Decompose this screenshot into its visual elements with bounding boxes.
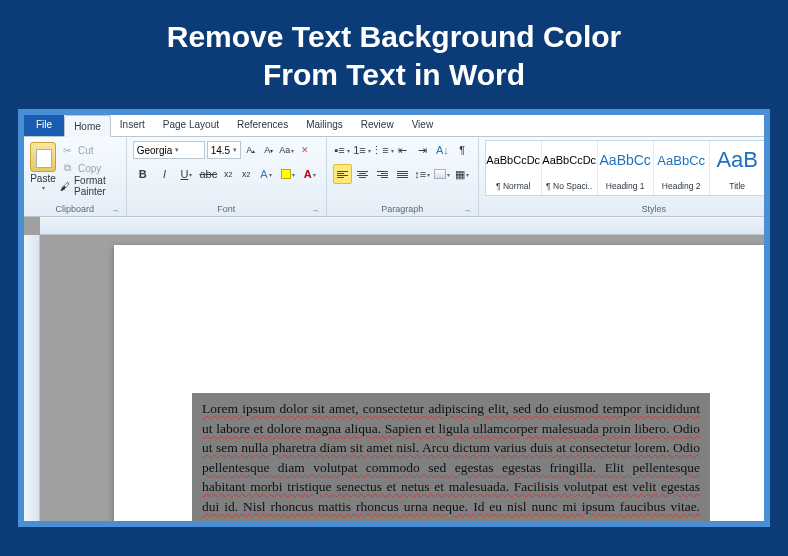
- copy-label: Copy: [78, 163, 101, 174]
- style-preview: AaBbCc: [657, 145, 705, 175]
- font-color-icon: A: [304, 168, 312, 180]
- tutorial-title: Remove Text Background Color From Text i…: [0, 0, 788, 109]
- justify-icon: [397, 171, 408, 178]
- superscript-button[interactable]: x2: [238, 164, 254, 184]
- align-right-icon: [377, 171, 388, 178]
- ribbon: Paste ▾ ✂ Cut ⧉ Copy 🖌 Format Painter: [24, 137, 764, 217]
- scissors-icon: ✂: [60, 143, 74, 157]
- justify-button[interactable]: [393, 164, 412, 184]
- sort-button[interactable]: A↓: [433, 140, 452, 160]
- shading-button[interactable]: ▾: [433, 164, 452, 184]
- shrink-font-button[interactable]: A▾: [261, 140, 277, 160]
- numbering-icon: 1≡: [353, 144, 366, 156]
- align-left-button[interactable]: [333, 164, 352, 184]
- tab-home[interactable]: Home: [64, 115, 111, 137]
- style-heading-1[interactable]: AaBbCc Heading 1: [598, 141, 654, 195]
- align-left-icon: [337, 171, 348, 178]
- vertical-ruler[interactable]: [24, 235, 40, 521]
- bullets-icon: ▪≡: [334, 144, 344, 156]
- paste-icon: [30, 142, 56, 172]
- bullets-button[interactable]: ▪≡▾: [333, 140, 352, 160]
- cut-label: Cut: [78, 145, 94, 156]
- decrease-indent-button[interactable]: ⇤: [393, 140, 412, 160]
- group-font: Georgia▾ 14.5▾ A▴ A▾ Aa▾ ✕ B I U▾: [127, 137, 327, 216]
- multilevel-icon: ⋮≡: [371, 144, 388, 157]
- font-name-value: Georgia: [137, 145, 173, 156]
- group-styles: AaBbCcDc ¶ Normal AaBbCcDc ¶ No Spaci.. …: [479, 137, 770, 216]
- font-color-button[interactable]: A▾: [300, 164, 320, 184]
- clear-formatting-button[interactable]: ✕: [297, 140, 313, 160]
- style-preview: AaBbCcDc: [542, 145, 596, 175]
- tab-view[interactable]: View: [403, 114, 443, 136]
- style-name: ¶ No Spaci..: [546, 181, 592, 191]
- increase-indent-button[interactable]: ⇥: [413, 140, 432, 160]
- show-hide-marks-button[interactable]: ¶: [453, 140, 472, 160]
- grow-font-button[interactable]: A▴: [243, 140, 259, 160]
- tab-mailings[interactable]: Mailings: [297, 114, 352, 136]
- shading-icon: [434, 169, 446, 179]
- align-center-button[interactable]: [353, 164, 372, 184]
- style-normal[interactable]: AaBbCcDc ¶ Normal: [486, 141, 542, 195]
- word-window: File Home Insert Page Layout References …: [18, 109, 770, 527]
- style-name: Heading 2: [662, 181, 701, 191]
- paste-label: Paste: [30, 173, 56, 184]
- tab-page-layout[interactable]: Page Layout: [154, 114, 228, 136]
- borders-button[interactable]: ▦▾: [453, 164, 472, 184]
- title-line-2: From Text in Word: [0, 56, 788, 94]
- format-painter-icon: 🖌: [60, 179, 70, 193]
- bold-button[interactable]: B: [133, 164, 153, 184]
- document-body-text[interactable]: Lorem ipsum dolor sit amet, consectetur …: [202, 399, 700, 521]
- cut-button[interactable]: ✂ Cut: [60, 142, 120, 158]
- paste-button[interactable]: Paste ▾: [30, 140, 56, 191]
- format-painter-label: Format Painter: [74, 175, 120, 197]
- multilevel-list-button[interactable]: ⋮≡▾: [372, 140, 392, 160]
- chevron-down-icon: ▾: [175, 146, 179, 154]
- font-name-combo[interactable]: Georgia▾: [133, 141, 205, 159]
- style-preview: AaBbCcDc: [486, 145, 540, 175]
- style-title[interactable]: AaB Title: [710, 141, 766, 195]
- highlighted-text-block[interactable]: Lorem ipsum dolor sit amet, consectetur …: [192, 393, 710, 521]
- highlight-color-icon: [281, 169, 291, 179]
- line-spacing-button[interactable]: ↕≡▾: [413, 164, 432, 184]
- subscript-button[interactable]: x2: [220, 164, 236, 184]
- style-name: Title: [729, 181, 745, 191]
- paste-dropdown-icon: ▾: [42, 184, 45, 191]
- style-preview: AaB: [716, 145, 758, 175]
- clipboard-group-label: Clipboard: [30, 203, 120, 216]
- style-heading-2[interactable]: AaBbCc Heading 2: [654, 141, 710, 195]
- tab-file[interactable]: File: [24, 114, 64, 136]
- format-painter-button[interactable]: 🖌 Format Painter: [60, 178, 120, 194]
- change-case-button[interactable]: Aa▾: [279, 140, 295, 160]
- font-size-value: 14.5: [211, 145, 230, 156]
- copy-button[interactable]: ⧉ Copy: [60, 160, 120, 176]
- ribbon-tabs: File Home Insert Page Layout References …: [24, 115, 764, 137]
- style-no-spacing[interactable]: AaBbCcDc ¶ No Spaci..: [542, 141, 598, 195]
- italic-button[interactable]: I: [155, 164, 175, 184]
- style-name: Heading 1: [606, 181, 645, 191]
- group-paragraph: ▪≡▾ 1≡▾ ⋮≡▾ ⇤ ⇥ A↓ ¶ ↕≡▾ ▾: [327, 137, 479, 216]
- tab-references[interactable]: References: [228, 114, 297, 136]
- text-effects-button[interactable]: A▾: [256, 164, 276, 184]
- tab-insert[interactable]: Insert: [111, 114, 154, 136]
- style-name: ¶ Normal: [496, 181, 530, 191]
- highlight-button[interactable]: ▾: [278, 164, 298, 184]
- paragraph-group-label: Paragraph: [333, 203, 472, 216]
- align-right-button[interactable]: [373, 164, 392, 184]
- align-center-icon: [357, 171, 368, 178]
- copy-icon: ⧉: [60, 161, 74, 175]
- title-line-1: Remove Text Background Color: [0, 18, 788, 56]
- style-preview: AaBbCc: [600, 145, 651, 175]
- styles-group-label: Styles: [485, 203, 770, 216]
- numbering-button[interactable]: 1≡▾: [353, 140, 372, 160]
- underline-button[interactable]: U▾: [176, 164, 196, 184]
- strikethrough-button[interactable]: abc: [198, 164, 218, 184]
- style-subtitle[interactable]: AaBbCc. Subtitle: [766, 141, 770, 195]
- tab-review[interactable]: Review: [352, 114, 403, 136]
- group-clipboard: Paste ▾ ✂ Cut ⧉ Copy 🖌 Format Painter: [24, 137, 127, 216]
- document-area: Lorem ipsum dolor sit amet, consectetur …: [24, 217, 764, 521]
- font-size-combo[interactable]: 14.5▾: [207, 141, 241, 159]
- horizontal-ruler[interactable]: [40, 217, 764, 235]
- font-group-label: Font: [133, 203, 320, 216]
- chevron-down-icon: ▾: [233, 146, 237, 154]
- styles-gallery[interactable]: AaBbCcDc ¶ Normal AaBbCcDc ¶ No Spaci.. …: [485, 140, 770, 196]
